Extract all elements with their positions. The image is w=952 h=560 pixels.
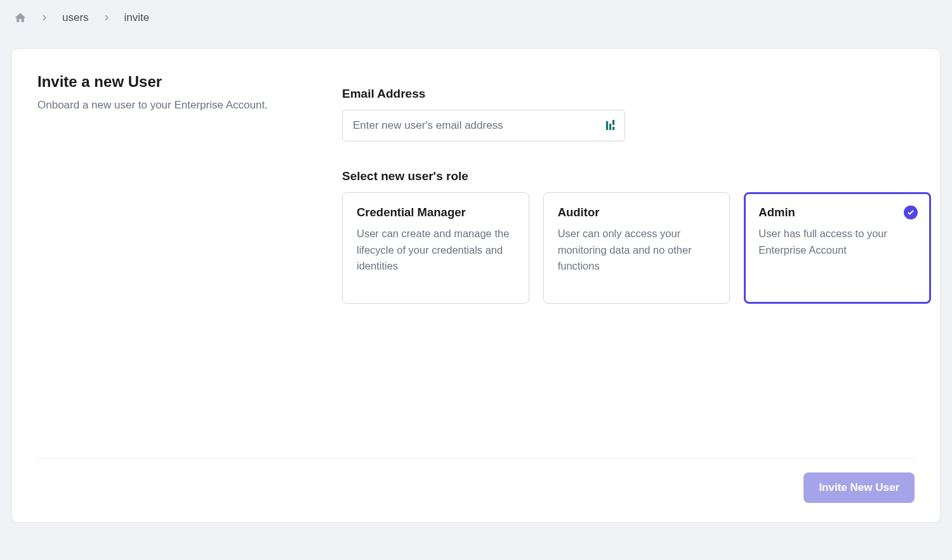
main-card: Invite a new User Onboard a new user to … <box>11 48 941 523</box>
role-label: Select new user's role <box>342 169 931 183</box>
roles-grid: Credential Manager User can create and m… <box>342 192 931 304</box>
role-card-admin[interactable]: Admin User has full access to your Enter… <box>744 192 931 304</box>
breadcrumb-item-users[interactable]: users <box>62 11 89 24</box>
chevron-right-icon <box>102 13 112 23</box>
role-card-auditor[interactable]: Auditor User can only access your monito… <box>543 192 731 304</box>
page-title: Invite a new User <box>37 73 304 91</box>
page-subtitle: Onboard a new user to your Enterprise Ac… <box>37 97 304 114</box>
email-label: Email Address <box>342 87 931 101</box>
chevron-right-icon <box>39 13 50 23</box>
svg-rect-2 <box>612 120 614 125</box>
check-circle-icon <box>904 205 918 219</box>
breadcrumb-item-invite[interactable]: invite <box>124 11 150 24</box>
breadcrumb: users invite <box>0 0 952 36</box>
svg-rect-3 <box>612 127 614 130</box>
svg-rect-1 <box>609 124 611 130</box>
svg-rect-0 <box>606 121 608 130</box>
card-footer: Invite New User <box>37 458 915 503</box>
role-description: User has full access to your Enterprise … <box>758 226 916 258</box>
role-title: Admin <box>758 205 916 219</box>
role-title: Credential Manager <box>357 205 515 219</box>
role-description: User can create and manage the lifecycle… <box>357 226 515 275</box>
home-icon[interactable] <box>14 11 27 24</box>
password-manager-icon[interactable] <box>606 120 616 131</box>
email-input[interactable] <box>342 110 625 141</box>
role-description: User can only access your monitoring dat… <box>558 226 716 275</box>
invite-new-user-button[interactable]: Invite New User <box>803 472 915 503</box>
role-card-credential-manager[interactable]: Credential Manager User can create and m… <box>342 192 529 304</box>
role-title: Auditor <box>558 205 716 219</box>
